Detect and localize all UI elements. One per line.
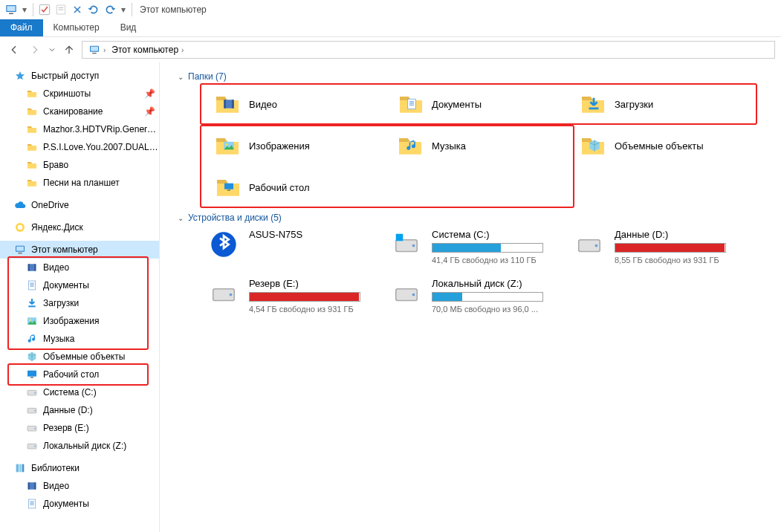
sidebar-item-label: Mazhor.3.HDTVRip.GeneralFilm — [43, 124, 159, 134]
address-path[interactable]: › Этот компьютер› — [82, 41, 775, 59]
qat-undo-icon[interactable] — [103, 3, 117, 16]
sidebar-item-3d-objects[interactable]: Объемные объекты — [0, 348, 159, 366]
sidebar-item[interactable]: Браво — [0, 156, 159, 174]
sidebar-item-downloads[interactable]: Загрузки — [0, 294, 159, 312]
separator — [33, 3, 33, 16]
sidebar-item-video[interactable]: Видео — [0, 259, 159, 276]
qat-close-icon[interactable] — [71, 3, 84, 16]
sidebar-item-label: Браво — [43, 160, 159, 170]
qat-dropdown-2[interactable]: ▾ — [120, 3, 127, 16]
sidebar-item-music[interactable]: Музыка — [0, 330, 159, 348]
sidebar-item-label: Изображения — [43, 316, 159, 326]
drive-item-c[interactable]: Система (C:)41,4 ГБ свободно из 110 ГБ — [387, 227, 570, 266]
drive-free-text: 70,0 МБ свободно из 96,0 ... — [432, 305, 543, 314]
pin-icon: 📌 — [144, 88, 155, 99]
section-header-drives[interactable]: ⌄ Устройства и диски (5) — [178, 213, 775, 223]
sidebar-this-pc[interactable]: Этот компьютер — [0, 241, 159, 259]
folder-item-music[interactable]: Музыка — [387, 128, 570, 163]
folder-icon — [25, 87, 39, 100]
sidebar-yandex[interactable]: Яндекс.Диск — [0, 218, 159, 236]
sidebar-item-label: Документы — [43, 280, 159, 291]
drive-item-e[interactable]: Резерв (E:)4,54 ГБ свободно из 931 ГБ — [204, 276, 387, 315]
qat-dropdown-1[interactable]: ▾ — [21, 3, 28, 16]
sidebar-item-desktop[interactable]: Рабочий стол — [0, 366, 159, 383]
folder-label: Загрузки — [615, 99, 653, 110]
qat-properties-icon[interactable] — [54, 3, 68, 16]
crumb-this-pc[interactable]: Этот компьютер› — [108, 45, 187, 55]
navigation-pane[interactable]: Быстрый доступ Скриншоты📌 Сканирование📌 … — [0, 62, 160, 532]
sidebar-item[interactable]: Mazhor.3.HDTVRip.GeneralFilm — [0, 120, 159, 138]
drive-item-d[interactable]: Данные (D:)8,55 ГБ свободно из 931 ГБ — [570, 227, 753, 266]
sidebar-item-lib-video[interactable]: Видео — [0, 477, 159, 495]
drive-icon — [389, 229, 424, 260]
sidebar-item[interactable]: Сканирование📌 — [0, 103, 159, 120]
drive-icon — [25, 386, 39, 399]
sidebar-item-documents[interactable]: Документы — [0, 276, 159, 294]
sidebar-item-lib-docs[interactable]: Документы — [0, 495, 159, 513]
folder-item-documents[interactable]: Документы — [387, 86, 570, 122]
nav-up-button[interactable] — [61, 42, 77, 58]
folder-item-downloads[interactable]: Загрузки — [570, 86, 753, 122]
nav-forward-button[interactable] — [27, 42, 43, 58]
section-header-folders[interactable]: ⌄ Папки (7) — [178, 71, 775, 82]
sidebar-item[interactable]: Скриншоты📌 — [0, 85, 159, 103]
libraries-icon — [13, 461, 27, 475]
crumb-label: Этот компьютер — [111, 45, 178, 55]
tab-file[interactable]: Файл — [0, 19, 43, 36]
tab-view[interactable]: Вид — [110, 19, 147, 36]
folder-icon — [206, 88, 242, 120]
folder-item-desktop[interactable]: Рабочий стол — [204, 169, 387, 205]
folder-icon — [25, 105, 39, 118]
sidebar-quick-access[interactable]: Быстрый доступ — [0, 67, 159, 85]
folder-item-pictures[interactable]: Изображения — [204, 128, 387, 163]
qat-checkbox-icon[interactable] — [38, 3, 51, 16]
sidebar-item[interactable]: Песни на планшет — [0, 174, 159, 192]
folder-label: Рабочий стол — [249, 182, 310, 193]
folder-icon — [25, 140, 39, 154]
nav-recent-dropdown[interactable] — [48, 42, 56, 58]
folder-icon — [25, 123, 39, 136]
ribbon-tabs: Файл Компьютер Вид — [0, 19, 781, 37]
sidebar-item-drive-c[interactable]: Система (C:) — [0, 383, 159, 401]
crumb-pc-icon[interactable]: › — [85, 44, 108, 56]
folder-icon — [206, 130, 242, 161]
docs-icon — [25, 497, 39, 510]
chevron-down-icon: ⌄ — [178, 214, 184, 222]
drive-item-z[interactable]: Локальный диск (Z:)70,0 МБ свободно из 9… — [387, 276, 570, 315]
qat-redo-icon[interactable] — [87, 3, 100, 16]
tab-computer[interactable]: Компьютер — [43, 19, 110, 36]
folder-icon — [206, 172, 242, 203]
folder-label: Документы — [432, 99, 482, 110]
sidebar-item-pictures[interactable]: Изображения — [0, 312, 159, 330]
content-pane[interactable]: ⌄ Папки (7) Видео Документы Загрузки Изо… — [160, 62, 781, 532]
nav-back-button[interactable] — [6, 42, 22, 58]
sidebar-item[interactable]: P.S.I.Love.You.2007.DUAL.BDRip — [0, 138, 159, 156]
sidebar-item-drive-d[interactable]: Данные (D:) — [0, 401, 159, 419]
bluetooth-icon — [206, 229, 242, 260]
sidebar-item-drive-e[interactable]: Резерв (E:) — [0, 419, 159, 437]
drive-usage-bar — [432, 243, 543, 253]
drive-item-bluetooth[interactable]: ASUS-N75S — [204, 227, 387, 266]
drive-icon — [25, 439, 39, 452]
folder-grid: Видео Документы Загрузки Изображения Муз… — [204, 86, 775, 205]
folder-item-video[interactable]: Видео — [204, 86, 387, 122]
drive-usage-bar — [249, 292, 360, 302]
sidebar-item-label: Система (C:) — [43, 387, 159, 398]
drive-label: Резерв (E:) — [249, 278, 360, 289]
folder-label: Изображения — [249, 140, 310, 152]
title-bar: ▾ ▾ Этот компьютер — [0, 0, 781, 19]
folder-icon — [571, 130, 607, 161]
sidebar-item-label: Этот компьютер — [31, 244, 159, 255]
folder-icon — [571, 88, 607, 120]
sidebar-item-label: Видео — [43, 481, 159, 491]
yandex-icon — [13, 221, 27, 234]
cloud-icon — [13, 198, 27, 212]
pin-icon: 📌 — [144, 106, 155, 117]
folder-icon — [389, 88, 424, 120]
sidebar-libraries[interactable]: Библиотеки — [0, 459, 159, 477]
drive-icon — [25, 421, 39, 435]
sidebar-onedrive[interactable]: OneDrive — [0, 196, 159, 214]
folder-item-3d-objects[interactable]: Объемные объекты — [570, 128, 753, 163]
drive-label: Локальный диск (Z:) — [432, 278, 543, 289]
sidebar-item-drive-z[interactable]: Локальный диск (Z:) — [0, 437, 159, 455]
